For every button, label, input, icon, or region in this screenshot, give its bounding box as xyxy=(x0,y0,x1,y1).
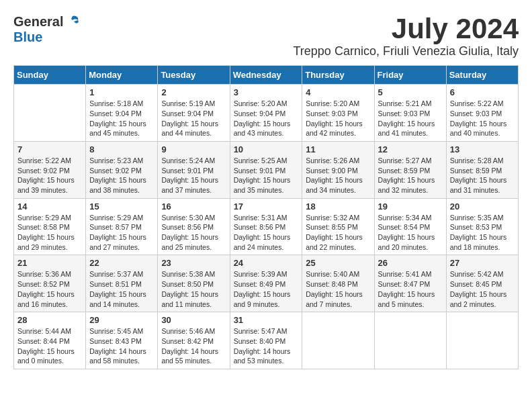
day-info: Sunrise: 5:29 AMSunset: 8:57 PMDaylight:… xyxy=(89,213,154,253)
calendar-cell: 18Sunrise: 5:32 AMSunset: 8:55 PMDayligh… xyxy=(302,198,374,255)
day-number: 5 xyxy=(378,87,443,97)
day-number: 1 xyxy=(89,87,154,97)
day-number: 17 xyxy=(234,201,299,212)
calendar-cell: 8Sunrise: 5:23 AMSunset: 9:02 PMDaylight… xyxy=(86,141,158,198)
logo-general-text: General xyxy=(13,14,63,30)
day-number: 12 xyxy=(378,144,443,154)
calendar-cell: 4Sunrise: 5:20 AMSunset: 9:03 PMDaylight… xyxy=(302,85,374,142)
calendar-cell: 31Sunrise: 5:47 AMSunset: 8:40 PMDayligh… xyxy=(230,312,302,369)
day-info: Sunrise: 5:42 AMSunset: 8:45 PMDaylight:… xyxy=(450,269,515,309)
weekday-header-saturday: Saturday xyxy=(446,66,518,85)
calendar-cell: 6Sunrise: 5:22 AMSunset: 9:03 PMDaylight… xyxy=(446,85,518,142)
location-text: Treppo Carnico, Friuli Venezia Giulia, I… xyxy=(294,44,519,58)
day-info: Sunrise: 5:46 AMSunset: 8:42 PMDaylight:… xyxy=(161,326,226,366)
calendar-cell: 2Sunrise: 5:19 AMSunset: 9:04 PMDaylight… xyxy=(158,85,230,142)
day-info: Sunrise: 5:18 AMSunset: 9:04 PMDaylight:… xyxy=(89,99,154,138)
calendar-cell: 22Sunrise: 5:37 AMSunset: 8:51 PMDayligh… xyxy=(86,255,158,312)
calendar-cell: 27Sunrise: 5:42 AMSunset: 8:45 PMDayligh… xyxy=(446,255,518,312)
day-number: 26 xyxy=(378,258,443,268)
calendar-cell: 9Sunrise: 5:24 AMSunset: 9:01 PMDaylight… xyxy=(158,141,230,198)
day-info: Sunrise: 5:34 AMSunset: 8:54 PMDaylight:… xyxy=(378,213,443,253)
day-info: Sunrise: 5:45 AMSunset: 8:43 PMDaylight:… xyxy=(89,326,154,366)
calendar-cell xyxy=(302,312,374,369)
weekday-header-sunday: Sunday xyxy=(14,66,86,85)
day-number: 6 xyxy=(450,87,515,97)
calendar-cell: 14Sunrise: 5:29 AMSunset: 8:58 PMDayligh… xyxy=(14,198,86,255)
day-info: Sunrise: 5:29 AMSunset: 8:58 PMDaylight:… xyxy=(17,213,82,253)
weekday-header-tuesday: Tuesday xyxy=(158,66,230,85)
day-number: 18 xyxy=(306,201,370,212)
day-info: Sunrise: 5:31 AMSunset: 8:56 PMDaylight:… xyxy=(234,213,299,253)
calendar-cell: 28Sunrise: 5:44 AMSunset: 8:44 PMDayligh… xyxy=(14,312,86,369)
day-info: Sunrise: 5:21 AMSunset: 9:03 PMDaylight:… xyxy=(378,99,443,138)
calendar-cell: 23Sunrise: 5:38 AMSunset: 8:50 PMDayligh… xyxy=(158,255,230,312)
day-info: Sunrise: 5:40 AMSunset: 8:48 PMDaylight:… xyxy=(306,269,370,309)
day-number: 9 xyxy=(161,144,226,154)
calendar-cell: 26Sunrise: 5:41 AMSunset: 8:47 PMDayligh… xyxy=(374,255,446,312)
day-info: Sunrise: 5:25 AMSunset: 9:01 PMDaylight:… xyxy=(234,156,299,195)
day-info: Sunrise: 5:36 AMSunset: 8:52 PMDaylight:… xyxy=(17,269,82,309)
calendar-cell: 25Sunrise: 5:40 AMSunset: 8:48 PMDayligh… xyxy=(302,255,374,312)
day-number: 24 xyxy=(234,258,299,268)
calendar-cell: 17Sunrise: 5:31 AMSunset: 8:56 PMDayligh… xyxy=(230,198,302,255)
day-info: Sunrise: 5:39 AMSunset: 8:49 PMDaylight:… xyxy=(234,269,299,309)
day-info: Sunrise: 5:35 AMSunset: 8:53 PMDaylight:… xyxy=(450,213,515,253)
calendar-week-row: 7Sunrise: 5:22 AMSunset: 9:02 PMDaylight… xyxy=(14,141,519,198)
calendar-cell xyxy=(374,312,446,369)
day-info: Sunrise: 5:38 AMSunset: 8:50 PMDaylight:… xyxy=(161,269,226,309)
calendar-cell xyxy=(446,312,518,369)
day-info: Sunrise: 5:22 AMSunset: 9:03 PMDaylight:… xyxy=(450,99,515,138)
calendar-cell: 1Sunrise: 5:18 AMSunset: 9:04 PMDaylight… xyxy=(86,85,158,142)
day-info: Sunrise: 5:20 AMSunset: 9:04 PMDaylight:… xyxy=(234,99,299,138)
header: General Blue July 2024 Treppo Carnico, F… xyxy=(13,13,519,58)
day-number: 14 xyxy=(17,201,82,212)
calendar-table: SundayMondayTuesdayWednesdayThursdayFrid… xyxy=(13,65,519,369)
calendar-cell: 12Sunrise: 5:27 AMSunset: 8:59 PMDayligh… xyxy=(374,141,446,198)
day-number: 28 xyxy=(17,315,82,325)
day-number: 11 xyxy=(306,144,370,154)
calendar-cell: 30Sunrise: 5:46 AMSunset: 8:42 PMDayligh… xyxy=(158,312,230,369)
day-info: Sunrise: 5:27 AMSunset: 8:59 PMDaylight:… xyxy=(378,156,443,195)
calendar-week-row: 14Sunrise: 5:29 AMSunset: 8:58 PMDayligh… xyxy=(14,198,519,255)
day-number: 21 xyxy=(17,258,82,268)
logo-bird-icon xyxy=(64,13,81,30)
day-number: 8 xyxy=(89,144,154,154)
calendar-cell xyxy=(14,85,86,142)
calendar-cell: 13Sunrise: 5:28 AMSunset: 8:59 PMDayligh… xyxy=(446,141,518,198)
logo: General Blue xyxy=(13,13,81,45)
weekday-header-friday: Friday xyxy=(374,66,446,85)
day-number: 30 xyxy=(161,315,226,325)
day-number: 4 xyxy=(306,87,370,97)
day-number: 22 xyxy=(89,258,154,268)
calendar-week-row: 21Sunrise: 5:36 AMSunset: 8:52 PMDayligh… xyxy=(14,255,519,312)
title-section: July 2024 Treppo Carnico, Friuli Venezia… xyxy=(294,13,519,58)
day-info: Sunrise: 5:41 AMSunset: 8:47 PMDaylight:… xyxy=(378,269,443,309)
calendar-header-row: SundayMondayTuesdayWednesdayThursdayFrid… xyxy=(14,66,519,85)
day-number: 31 xyxy=(234,315,299,325)
day-info: Sunrise: 5:24 AMSunset: 9:01 PMDaylight:… xyxy=(161,156,226,195)
day-info: Sunrise: 5:37 AMSunset: 8:51 PMDaylight:… xyxy=(89,269,154,309)
calendar-cell: 3Sunrise: 5:20 AMSunset: 9:04 PMDaylight… xyxy=(230,85,302,142)
day-number: 29 xyxy=(89,315,154,325)
day-number: 3 xyxy=(234,87,299,97)
day-info: Sunrise: 5:22 AMSunset: 9:02 PMDaylight:… xyxy=(17,156,82,195)
calendar-cell: 5Sunrise: 5:21 AMSunset: 9:03 PMDaylight… xyxy=(374,85,446,142)
weekday-header-wednesday: Wednesday xyxy=(230,66,302,85)
day-number: 13 xyxy=(450,144,515,154)
day-info: Sunrise: 5:44 AMSunset: 8:44 PMDaylight:… xyxy=(17,326,82,366)
logo-blue-text: Blue xyxy=(13,30,42,45)
calendar-cell: 20Sunrise: 5:35 AMSunset: 8:53 PMDayligh… xyxy=(446,198,518,255)
calendar-week-row: 1Sunrise: 5:18 AMSunset: 9:04 PMDaylight… xyxy=(14,85,519,142)
day-info: Sunrise: 5:32 AMSunset: 8:55 PMDaylight:… xyxy=(306,213,370,253)
calendar-cell: 11Sunrise: 5:26 AMSunset: 9:00 PMDayligh… xyxy=(302,141,374,198)
calendar-cell: 19Sunrise: 5:34 AMSunset: 8:54 PMDayligh… xyxy=(374,198,446,255)
day-number: 27 xyxy=(450,258,515,268)
day-number: 20 xyxy=(450,201,515,212)
calendar-cell: 7Sunrise: 5:22 AMSunset: 9:02 PMDaylight… xyxy=(14,141,86,198)
day-number: 10 xyxy=(234,144,299,154)
calendar-cell: 15Sunrise: 5:29 AMSunset: 8:57 PMDayligh… xyxy=(86,198,158,255)
day-number: 7 xyxy=(17,144,82,154)
calendar-cell: 16Sunrise: 5:30 AMSunset: 8:56 PMDayligh… xyxy=(158,198,230,255)
calendar-week-row: 28Sunrise: 5:44 AMSunset: 8:44 PMDayligh… xyxy=(14,312,519,369)
weekday-header-monday: Monday xyxy=(86,66,158,85)
